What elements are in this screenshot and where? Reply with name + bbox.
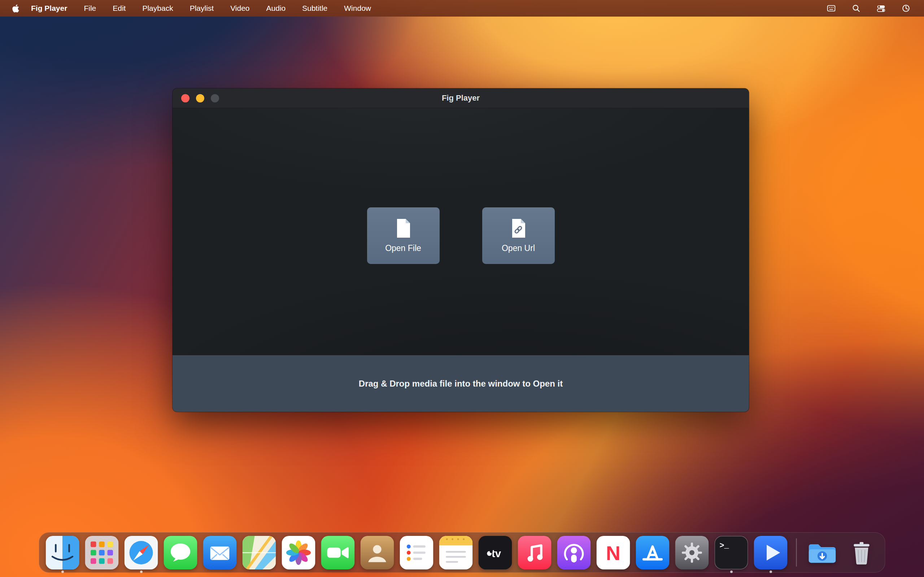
menu-window[interactable]: Window bbox=[336, 0, 380, 16]
dock-item-photos[interactable] bbox=[282, 536, 315, 569]
dock-separator bbox=[796, 538, 797, 567]
spotlight-search-icon[interactable] bbox=[852, 4, 861, 13]
traffic-lights bbox=[181, 94, 219, 102]
downloads-folder-icon bbox=[806, 536, 839, 569]
dock-item-app-store[interactable] bbox=[636, 536, 670, 569]
dock-item-trash[interactable] bbox=[845, 536, 879, 569]
dock-item-safari[interactable] bbox=[124, 536, 158, 569]
fig-player-icon bbox=[754, 536, 788, 569]
mail-icon bbox=[203, 536, 237, 569]
menu-playlist[interactable]: Playlist bbox=[181, 0, 222, 16]
status-icons bbox=[827, 4, 910, 13]
safari-icon bbox=[124, 536, 158, 569]
launchpad-icon bbox=[85, 536, 119, 569]
maps-icon bbox=[242, 536, 276, 569]
menu-playback[interactable]: Playback bbox=[134, 0, 181, 16]
minimize-button[interactable] bbox=[196, 94, 204, 102]
dock-item-downloads[interactable] bbox=[806, 536, 839, 569]
link-icon bbox=[510, 218, 527, 239]
dock-item-contacts[interactable] bbox=[360, 536, 394, 569]
drop-zone[interactable]: Open File Open Url bbox=[173, 108, 749, 355]
desktop: Fig Player File Edit Playback Playlist V… bbox=[0, 0, 924, 577]
dock-item-finder[interactable] bbox=[46, 536, 79, 569]
input-source-icon[interactable] bbox=[827, 4, 836, 13]
menu-edit[interactable]: Edit bbox=[104, 0, 134, 16]
trash-icon bbox=[845, 536, 879, 569]
apple-tv-icon: tv bbox=[478, 536, 512, 569]
dock-item-messages[interactable] bbox=[164, 536, 197, 569]
apple-menu[interactable] bbox=[12, 4, 19, 13]
menu-file[interactable]: File bbox=[76, 0, 104, 16]
svg-text:N: N bbox=[606, 541, 620, 564]
window-titlebar[interactable]: Fig Player bbox=[173, 89, 749, 108]
dock-item-notes[interactable] bbox=[439, 536, 473, 569]
dock-item-reminders[interactable] bbox=[400, 536, 433, 569]
app-store-icon bbox=[636, 536, 670, 569]
drop-hint-text: Drag & Drop media file into the window t… bbox=[359, 379, 563, 389]
system-settings-icon bbox=[675, 536, 709, 569]
svg-text:tv: tv bbox=[492, 547, 501, 559]
terminal-icon: >_ bbox=[715, 536, 748, 569]
open-url-label: Open Url bbox=[502, 243, 535, 253]
dock-item-system-settings[interactable] bbox=[675, 536, 709, 569]
menu-subtitle[interactable]: Subtitle bbox=[294, 0, 336, 16]
apple-logo-icon bbox=[12, 4, 19, 13]
window-title: Fig Player bbox=[173, 93, 749, 103]
clock-icon[interactable] bbox=[901, 4, 910, 13]
dock-item-launchpad[interactable] bbox=[85, 536, 119, 569]
menu-bar: Fig Player File Edit Playback Playlist V… bbox=[0, 0, 924, 16]
photos-icon bbox=[282, 536, 315, 569]
dock-item-podcasts[interactable] bbox=[557, 536, 591, 569]
dock-item-facetime[interactable] bbox=[321, 536, 355, 569]
contacts-icon bbox=[360, 536, 394, 569]
open-file-button[interactable]: Open File bbox=[367, 207, 439, 264]
open-url-button[interactable]: Open Url bbox=[482, 207, 555, 264]
menu-audio[interactable]: Audio bbox=[258, 0, 294, 16]
messages-icon bbox=[164, 536, 197, 569]
dock-item-news[interactable]: N bbox=[597, 536, 630, 569]
reminders-icon bbox=[400, 536, 433, 569]
close-button[interactable] bbox=[181, 94, 189, 102]
dock-item-fig-player[interactable] bbox=[754, 536, 788, 569]
music-icon bbox=[518, 536, 551, 569]
file-icon bbox=[395, 218, 412, 239]
svg-text:>_: >_ bbox=[719, 541, 729, 550]
menu-app-name[interactable]: Fig Player bbox=[23, 0, 76, 16]
news-icon: N bbox=[597, 536, 630, 569]
dock: tv N bbox=[39, 532, 885, 573]
hint-bar: Drag & Drop media file into the window t… bbox=[173, 355, 749, 412]
facetime-icon bbox=[321, 536, 355, 569]
zoom-button-disabled bbox=[211, 94, 219, 102]
notes-icon bbox=[439, 536, 473, 569]
dock-item-maps[interactable] bbox=[242, 536, 276, 569]
control-center-icon[interactable] bbox=[876, 4, 886, 13]
dock-item-music[interactable] bbox=[518, 536, 551, 569]
fig-player-window: Fig Player Open File Ope bbox=[173, 89, 749, 412]
dock-item-terminal[interactable]: >_ bbox=[715, 536, 748, 569]
dock-item-mail[interactable] bbox=[203, 536, 237, 569]
open-file-label: Open File bbox=[385, 243, 421, 253]
finder-icon bbox=[46, 536, 79, 569]
menu-video[interactable]: Video bbox=[222, 0, 258, 16]
podcasts-icon bbox=[557, 536, 591, 569]
dock-item-apple-tv[interactable]: tv bbox=[478, 536, 512, 569]
